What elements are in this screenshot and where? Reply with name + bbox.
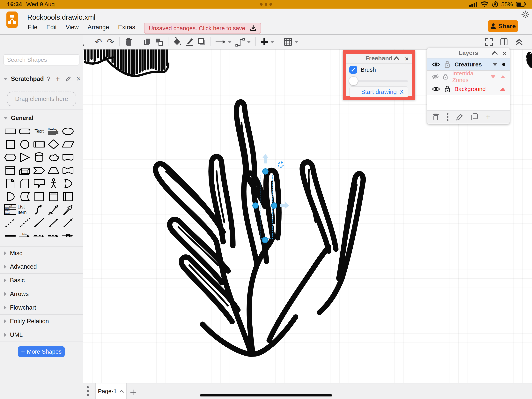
rotate-handle-icon[interactable] — [277, 161, 285, 169]
brush-size-slider[interactable] — [349, 76, 409, 85]
freehand-panel-header[interactable]: Freehand × — [346, 54, 412, 64]
redo-button[interactable]: ↷ — [106, 36, 115, 47]
format-panel-button[interactable] — [499, 36, 509, 47]
shape-container[interactable] — [32, 190, 46, 203]
line-color-button[interactable] — [185, 36, 194, 47]
move-up-icon[interactable] — [500, 75, 505, 78]
shadow-button[interactable] — [197, 36, 206, 47]
layers-panel-header[interactable]: Layers × — [427, 48, 510, 58]
shape-container-title[interactable] — [46, 190, 61, 203]
to-front-button[interactable] — [142, 36, 152, 47]
shape-connector-label[interactable] — [32, 229, 46, 242]
connection-style-button[interactable] — [215, 36, 232, 47]
scratchpad-edit-icon[interactable] — [65, 76, 71, 82]
scratchpad-help-icon[interactable]: ? — [47, 75, 50, 82]
shape-cylinder[interactable] — [32, 151, 46, 164]
to-back-button[interactable] — [154, 36, 164, 47]
share-button[interactable]: Share — [488, 20, 518, 32]
edge-drawing-fragment[interactable] — [524, 52, 532, 70]
shape-hexagon[interactable] — [3, 151, 18, 164]
shape-list-item[interactable]: List Item — [18, 203, 32, 216]
layer-row-background[interactable]: Background — [427, 83, 510, 95]
duplicate-layer-icon[interactable] — [471, 113, 478, 121]
menu-file[interactable]: File — [28, 24, 37, 31]
menu-edit[interactable]: Edit — [46, 24, 57, 31]
shape-square[interactable] — [3, 138, 18, 151]
visibility-off-icon[interactable] — [432, 74, 439, 80]
shape-cube[interactable] — [18, 164, 32, 177]
scratchpad-header[interactable]: Scratchpad ? + × — [0, 73, 83, 85]
shape-dotted-line[interactable] — [18, 216, 32, 229]
shape-circle[interactable] — [18, 138, 32, 151]
shape-internal-storage[interactable] — [3, 164, 18, 177]
collapse-panel-icon[interactable] — [492, 50, 498, 55]
scratchpad-add-icon[interactable]: + — [56, 75, 60, 83]
scratchpad-drop-zone[interactable]: Drag elements here — [7, 91, 76, 106]
shape-cloud[interactable] — [46, 151, 61, 164]
delete-button[interactable] — [124, 36, 133, 47]
pages-menu-icon[interactable] — [87, 386, 89, 396]
lock-closed-icon[interactable] — [444, 85, 450, 93]
move-down-icon[interactable] — [491, 75, 496, 78]
shape-arrow-with-label[interactable]: Label — [18, 229, 32, 242]
shape-or[interactable] — [61, 177, 75, 190]
shape-double-arrow-line[interactable] — [46, 216, 61, 229]
shape-data-storage[interactable] — [18, 190, 32, 203]
search-shapes-box[interactable] — [4, 54, 79, 65]
cancel-drawing-x[interactable]: X — [399, 89, 404, 96]
general-section-header[interactable]: General — [0, 113, 83, 123]
freehand-drawing-fragment[interactable] — [84, 50, 169, 80]
slider-track[interactable] — [351, 80, 408, 82]
layer-row-intertidal-zones[interactable]: Intertidal Zones — [427, 71, 510, 83]
shape-actor[interactable] — [46, 177, 61, 190]
section-flowchart[interactable]: Flowchart — [0, 301, 83, 315]
section-entity-relation[interactable]: Entity Relation — [0, 315, 83, 328]
shape-connector-labels[interactable] — [46, 229, 61, 242]
selection-handle-left[interactable] — [252, 202, 259, 209]
shape-arrow[interactable] — [61, 203, 75, 216]
shape-triangle[interactable] — [18, 151, 32, 164]
move-up-icon[interactable] — [500, 87, 505, 90]
home-indicator[interactable] — [200, 394, 332, 396]
selection-handle-top[interactable] — [262, 168, 269, 174]
shape-connector-symbol[interactable] — [61, 229, 75, 242]
move-down-icon[interactable] — [493, 63, 498, 66]
shape-rectangle[interactable] — [3, 125, 18, 138]
menu-extras[interactable]: Extras — [118, 24, 135, 31]
direction-arrow-up-icon[interactable] — [261, 154, 270, 164]
shape-process[interactable] — [32, 138, 46, 151]
shape-trapezoid[interactable] — [46, 164, 61, 177]
shape-bidirectional-arrow[interactable] — [46, 203, 61, 216]
seaweed-drawing[interactable] — [144, 97, 366, 362]
section-misc[interactable]: Misc — [0, 246, 83, 260]
section-advanced[interactable]: Advanced — [0, 260, 83, 274]
undo-button[interactable]: ↶ — [94, 36, 103, 47]
search-input[interactable] — [7, 57, 82, 63]
shape-text[interactable]: Text — [32, 125, 46, 138]
shape-textbox[interactable]: Heading — [46, 125, 61, 138]
close-panel-icon[interactable]: × — [405, 56, 409, 62]
shape-list[interactable]: List Item 1 Item 2 Item 3 — [3, 203, 18, 216]
shape-vertical-container[interactable] — [61, 190, 75, 203]
section-uml[interactable]: UML — [0, 328, 83, 342]
visibility-on-icon[interactable] — [432, 86, 440, 92]
insert-button[interactable] — [260, 36, 274, 47]
section-arrows[interactable]: Arrows — [0, 287, 83, 301]
shape-line[interactable] — [32, 216, 46, 229]
add-page-button[interactable]: + — [130, 386, 136, 399]
more-shapes-button[interactable]: + More Shapes — [18, 346, 65, 357]
shape-rounded-rectangle[interactable] — [18, 125, 32, 138]
shape-and[interactable] — [3, 190, 18, 203]
table-button[interactable] — [283, 36, 298, 47]
collapse-panel-icon[interactable] — [393, 56, 399, 61]
selection-handle-bottom[interactable] — [262, 237, 268, 243]
add-layer-icon[interactable]: + — [485, 114, 491, 119]
shape-card[interactable] — [18, 177, 32, 190]
shape-ellipse[interactable] — [61, 125, 75, 138]
brightness-icon[interactable] — [521, 10, 530, 19]
direction-arrow-right-icon[interactable] — [279, 201, 290, 210]
section-basic[interactable]: Basic — [0, 274, 83, 287]
lock-open-icon[interactable] — [444, 61, 450, 68]
layer-row-creatures[interactable]: Creatures — [427, 58, 510, 71]
shape-step[interactable] — [32, 164, 46, 177]
